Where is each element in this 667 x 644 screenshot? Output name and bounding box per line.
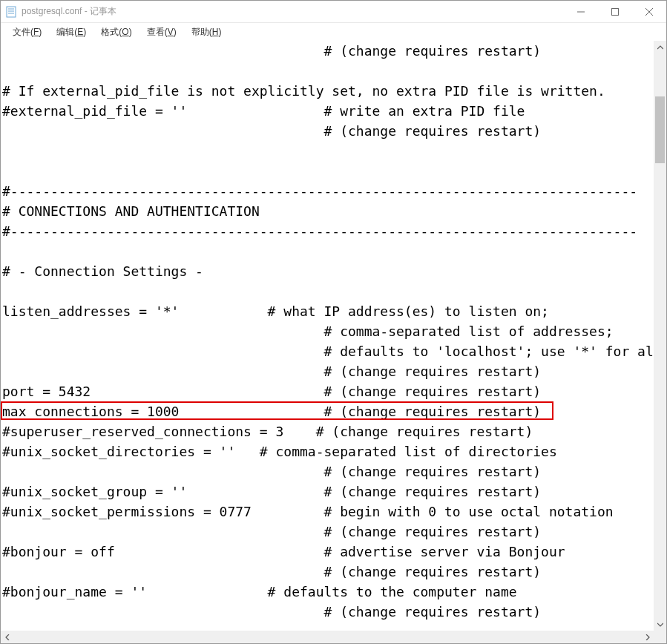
editor-line[interactable]: # comma-separated list of addresses;	[2, 321, 652, 341]
vertical-scroll-thumb[interactable]	[655, 96, 665, 163]
menu-edit[interactable]: 编辑(E)	[49, 24, 93, 40]
close-button[interactable]	[632, 1, 666, 22]
editor-line[interactable]: #bonjour_name = '' # defaults to the com…	[2, 582, 652, 602]
menu-file[interactable]: 文件(F)	[5, 24, 49, 40]
editor-content[interactable]: # (change requires restart)# If external…	[1, 41, 654, 622]
menubar: 文件(F) 编辑(E) 格式(O) 查看(V) 帮助(H)	[1, 23, 666, 41]
editor-line[interactable]: # (change requires restart)	[2, 361, 652, 381]
minimize-button[interactable]	[564, 1, 598, 22]
window-controls	[564, 1, 666, 22]
editor-line[interactable]: # CONNECTIONS AND AUTHENTICATION	[2, 201, 652, 221]
editor-line[interactable]: # (change requires restart)	[2, 121, 652, 141]
editor-line[interactable]	[2, 61, 652, 81]
editor-line[interactable]: #unix_socket_group = '' # (change requir…	[2, 482, 652, 502]
window-title: postgresql.conf - 记事本	[22, 5, 116, 18]
scroll-down-button[interactable]	[654, 618, 666, 631]
scroll-up-button[interactable]	[654, 41, 666, 53]
text-editor[interactable]: # (change requires restart)# If external…	[1, 41, 654, 631]
scroll-right-button[interactable]	[641, 631, 654, 643]
horizontal-scroll-track[interactable]	[13, 631, 641, 643]
editor-line[interactable]: max_connections = 1000 # (change require…	[2, 401, 652, 421]
menu-help[interactable]: 帮助(H)	[184, 24, 229, 40]
notepad-window: postgresql.conf - 记事本 文件(F) 编辑(E) 格式(O) …	[0, 0, 667, 644]
horizontal-scrollbar[interactable]	[1, 631, 666, 643]
editor-line[interactable]: port = 5432 # (change requires restart)	[2, 381, 652, 401]
scroll-left-button[interactable]	[1, 631, 13, 643]
editor-line[interactable]: # If external_pid_file is not explicitly…	[2, 81, 652, 101]
editor-line[interactable]: #unix_socket_permissions = 0777 # begin …	[2, 502, 652, 522]
editor-line[interactable]: #superuser_reserved_connections = 3 # (c…	[2, 421, 652, 441]
editor-line[interactable]: # (change requires restart)	[2, 602, 652, 622]
editor-line[interactable]: # - Connection Settings -	[2, 261, 652, 281]
editor-line[interactable]: #bonjour = off # advertise server via Bo…	[2, 542, 652, 562]
editor-line[interactable]: listen_addresses = '*' # what IP address…	[2, 301, 652, 321]
editor-line[interactable]: # (change requires restart)	[2, 562, 652, 582]
editor-line[interactable]	[2, 141, 652, 161]
editor-line[interactable]: #unix_socket_directories = '' # comma-se…	[2, 441, 652, 461]
vertical-scrollbar[interactable]	[654, 41, 666, 631]
maximize-button[interactable]	[598, 1, 632, 22]
client-area: # (change requires restart)# If external…	[1, 41, 666, 631]
notepad-app-icon	[5, 6, 17, 18]
titlebar[interactable]: postgresql.conf - 记事本	[1, 1, 666, 23]
menu-format[interactable]: 格式(O)	[93, 24, 139, 40]
editor-line[interactable]	[2, 241, 652, 261]
svg-rect-0	[7, 7, 16, 17]
editor-line[interactable]	[2, 161, 652, 181]
editor-line[interactable]: # defaults to 'localhost'; use '*' for a…	[2, 341, 652, 361]
scrollbar-corner	[654, 631, 666, 643]
editor-line[interactable]: #---------------------------------------…	[2, 221, 652, 241]
editor-line[interactable]: # (change requires restart)	[2, 461, 652, 482]
editor-line[interactable]	[2, 281, 652, 301]
svg-rect-5	[612, 8, 619, 15]
menu-view[interactable]: 查看(V)	[139, 24, 184, 40]
editor-line[interactable]: #---------------------------------------…	[2, 181, 652, 201]
editor-line[interactable]: # (change requires restart)	[2, 41, 652, 61]
editor-line[interactable]: # (change requires restart)	[2, 522, 652, 542]
editor-line[interactable]: #external_pid_file = '' # write an extra…	[2, 101, 652, 121]
